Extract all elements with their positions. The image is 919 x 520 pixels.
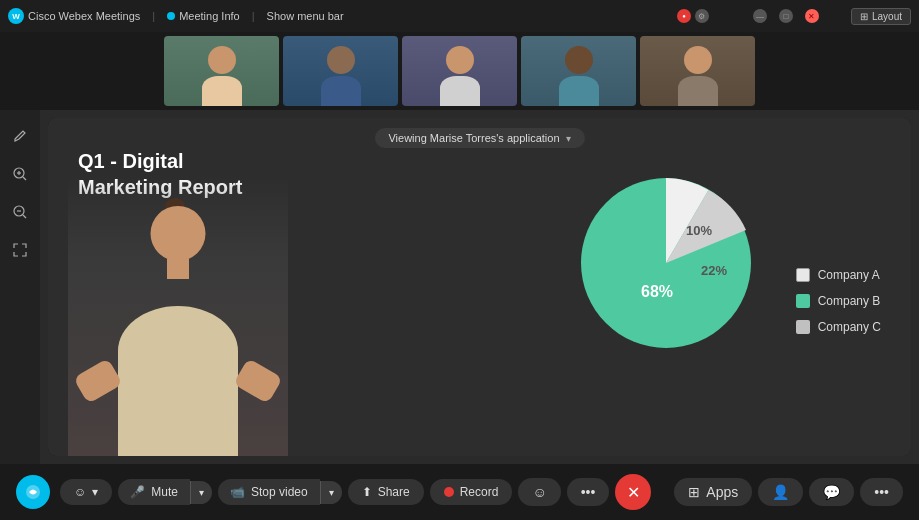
pct-68: 68% xyxy=(641,283,673,301)
participants-icon: 👤 xyxy=(772,484,789,500)
title-bar: W Cisco Webex Meetings | Meeting Info | … xyxy=(0,0,919,32)
legend-color-b xyxy=(796,294,810,308)
thumbnail-1[interactable] xyxy=(164,36,279,106)
legend-item-b: Company B xyxy=(796,294,881,308)
zoom-in-icon[interactable] xyxy=(6,160,34,188)
reactions-chevron: ▾ xyxy=(92,485,98,499)
thumbnail-5[interactable] xyxy=(640,36,755,106)
apps-button[interactable]: ⊞ Apps xyxy=(674,478,752,506)
layout-button[interactable]: ⊞ Layout xyxy=(851,8,911,25)
chart-area: 68% 22% 10% Company A Company B xyxy=(541,158,881,456)
mute-button[interactable]: 🎤 Mute xyxy=(118,479,190,505)
meeting-info-label: Meeting Info xyxy=(179,10,240,22)
minimize-button[interactable]: — xyxy=(753,9,767,23)
legend-label-c: Company C xyxy=(818,320,881,334)
close-button[interactable]: ✕ xyxy=(805,9,819,23)
share-icon: ⬆ xyxy=(362,485,372,499)
apps-label: Apps xyxy=(706,484,738,500)
record-label: Record xyxy=(460,485,499,499)
mute-label: Mute xyxy=(151,485,178,499)
presenter-silhouette xyxy=(68,176,288,456)
fit-screen-icon[interactable] xyxy=(6,236,34,264)
mic-icon: 🎤 xyxy=(130,485,145,499)
reactions-button[interactable]: ☺ ▾ xyxy=(60,479,112,505)
viewing-banner[interactable]: Viewing Marise Torres's application ▾ xyxy=(374,128,584,148)
person-neck xyxy=(167,259,189,279)
emoji-button[interactable]: ☺ xyxy=(518,478,560,506)
legend-label-b: Company B xyxy=(818,294,881,308)
show-menu-btn[interactable]: Show menu bar xyxy=(267,10,344,22)
recording-indicator: ● xyxy=(677,9,691,23)
right-controls: ⊞ Apps 👤 💬 ••• xyxy=(674,478,903,506)
more-right-icon: ••• xyxy=(874,484,889,500)
thumbnail-2[interactable] xyxy=(283,36,398,106)
share-button[interactable]: ⬆ Share xyxy=(348,479,424,505)
layout-icon: ⊞ xyxy=(860,11,868,22)
mute-split-button: 🎤 Mute ▾ xyxy=(118,479,212,505)
webex-apps-icon[interactable] xyxy=(16,475,50,509)
chart-legend: Company A Company B Company C xyxy=(796,268,881,334)
left-toolbar xyxy=(0,110,40,464)
apps-grid-icon: ⊞ xyxy=(688,484,700,500)
record-button[interactable]: Record xyxy=(430,479,513,505)
thumbnails-bar xyxy=(0,32,919,110)
thumbnail-4[interactable] xyxy=(521,36,636,106)
more-right-button[interactable]: ••• xyxy=(860,478,903,506)
bottom-toolbar: ☺ ▾ 🎤 Mute ▾ 📹 Stop video ▾ ⬆ Share Reco… xyxy=(0,464,919,520)
svg-line-1 xyxy=(23,177,26,180)
emoji-icon: ☺ xyxy=(532,484,546,500)
hand-right xyxy=(233,358,283,404)
stop-video-label: Stop video xyxy=(251,485,308,499)
video-icon: 📹 xyxy=(230,485,245,499)
person-head xyxy=(151,206,206,261)
legend-color-c xyxy=(796,320,810,334)
maximize-button[interactable]: □ xyxy=(779,9,793,23)
more-icon: ••• xyxy=(581,484,596,500)
legend-label-a: Company A xyxy=(818,268,880,282)
participants-button[interactable]: 👤 xyxy=(758,478,803,506)
window-controls: ● ⚙ xyxy=(677,9,709,23)
meeting-dot-icon xyxy=(167,12,175,20)
chat-icon: 💬 xyxy=(823,484,840,500)
record-dot-icon xyxy=(444,487,454,497)
legend-color-a xyxy=(796,268,810,282)
end-call-icon: ✕ xyxy=(627,483,640,502)
slide-bg: Viewing Marise Torres's application ▾ Q1… xyxy=(48,118,911,456)
stop-video-split-button: 📹 Stop video ▾ xyxy=(218,479,342,505)
video-dropdown-button[interactable]: ▾ xyxy=(320,481,342,504)
viewing-chevron-icon: ▾ xyxy=(566,133,571,144)
hand-left xyxy=(73,358,123,404)
thumbnail-3[interactable] xyxy=(402,36,517,106)
reactions-icon: ☺ xyxy=(74,485,86,499)
person-body xyxy=(118,306,238,456)
main-area: Viewing Marise Torres's application ▾ Q1… xyxy=(0,110,919,464)
svg-line-5 xyxy=(23,215,26,218)
share-label: Share xyxy=(378,485,410,499)
webex-logo-icon: W xyxy=(8,8,24,24)
app-name: Cisco Webex Meetings xyxy=(28,10,140,22)
chat-button[interactable]: 💬 xyxy=(809,478,854,506)
more-options-button[interactable]: ••• xyxy=(567,478,610,506)
mute-dropdown-button[interactable]: ▾ xyxy=(190,481,212,504)
presentation-area: Viewing Marise Torres's application ▾ Q1… xyxy=(48,118,911,456)
zoom-out-icon[interactable] xyxy=(6,198,34,226)
viewing-text: Viewing Marise Torres's application xyxy=(388,132,559,144)
presenter-video xyxy=(68,176,288,456)
stop-video-button[interactable]: 📹 Stop video xyxy=(218,479,320,505)
legend-item-a: Company A xyxy=(796,268,881,282)
pie-chart: 68% 22% 10% xyxy=(571,168,761,358)
app-logo: W Cisco Webex Meetings xyxy=(8,8,140,24)
annotate-icon[interactable] xyxy=(6,122,34,150)
meeting-info-btn[interactable]: Meeting Info xyxy=(167,10,240,22)
legend-item-c: Company C xyxy=(796,320,881,334)
settings-icon[interactable]: ⚙ xyxy=(695,9,709,23)
end-call-button[interactable]: ✕ xyxy=(615,474,651,510)
